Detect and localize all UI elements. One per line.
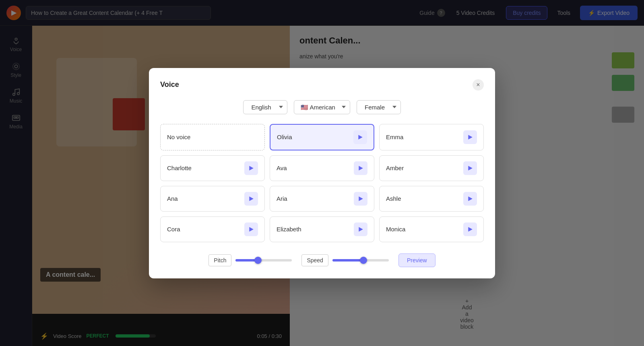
pitch-track [235, 259, 292, 262]
svg-marker-12 [359, 166, 363, 171]
svg-marker-11 [249, 166, 254, 171]
speed-thumb[interactable] [360, 257, 367, 264]
svg-marker-13 [468, 166, 473, 171]
voice-card-aria[interactable]: Aria [270, 186, 374, 212]
voice-card-elizabeth[interactable]: Elizabeth [270, 216, 374, 242]
voice-name-cora: Cora [167, 226, 180, 233]
modal-title: Voice [160, 80, 179, 89]
voice-play-olivia[interactable] [353, 130, 367, 144]
voice-name-amber: Amber [386, 165, 404, 171]
voice-play-ana[interactable] [244, 192, 258, 206]
voice-name-ana: Ana [167, 195, 178, 202]
svg-marker-16 [468, 196, 473, 201]
voice-card-charlotte[interactable]: Charlotte [160, 155, 265, 181]
voice-name-ava: Ava [277, 165, 287, 171]
voice-play-ashle[interactable] [463, 192, 477, 206]
voice-card-cora[interactable]: Cora [160, 216, 265, 242]
voice-play-ava[interactable] [354, 161, 367, 175]
svg-marker-9 [358, 135, 363, 140]
dropdowns-row: English Spanish French 🇺🇸 American 🇬🇧 Br… [160, 100, 484, 114]
voice-grid: No voice Olivia Emma Charlotte [160, 124, 484, 242]
language-select[interactable]: English Spanish French [243, 100, 287, 114]
voice-name-charlotte: Charlotte [167, 165, 192, 171]
voice-modal: Voice × English Spanish French 🇺🇸 Americ… [149, 68, 495, 278]
speed-track [332, 259, 389, 262]
svg-marker-17 [249, 227, 254, 232]
svg-marker-18 [359, 227, 363, 232]
voice-card-ava[interactable]: Ava [270, 155, 374, 181]
speed-label: Speed [301, 254, 328, 266]
voice-card-ana[interactable]: Ana [160, 186, 265, 212]
voice-play-aria[interactable] [354, 192, 367, 206]
accent-select[interactable]: 🇺🇸 American 🇬🇧 British 🇦🇺 Australian [294, 100, 350, 114]
modal-header: Voice × [160, 79, 484, 91]
voice-play-elizabeth[interactable] [354, 222, 367, 236]
voice-name-olivia: Olivia [277, 134, 292, 140]
modal-close-button[interactable]: × [473, 79, 484, 91]
voice-play-charlotte[interactable] [244, 161, 258, 175]
preview-button[interactable]: Preview [398, 253, 436, 267]
modal-overlay: Voice × English Spanish French 🇺🇸 Americ… [0, 0, 644, 346]
pitch-slider-group: Pitch [208, 254, 292, 266]
voice-name-emma: Emma [386, 134, 403, 140]
voice-card-olivia[interactable]: Olivia [270, 124, 374, 150]
svg-marker-14 [249, 196, 254, 201]
pitch-thumb[interactable] [254, 257, 262, 264]
voice-card-ashle[interactable]: Ashle [379, 186, 484, 212]
voice-card-monica[interactable]: Monica [379, 216, 484, 242]
gender-select[interactable]: Female Male [357, 100, 401, 114]
voice-name-ashle: Ashle [386, 195, 401, 202]
voice-name-monica: Monica [386, 226, 405, 233]
voice-name-no-voice: No voice [167, 134, 190, 140]
voice-name-elizabeth: Elizabeth [277, 226, 301, 233]
voice-play-monica[interactable] [463, 222, 477, 236]
svg-marker-10 [468, 135, 473, 140]
voice-play-amber[interactable] [463, 161, 477, 175]
voice-play-emma[interactable] [463, 130, 477, 144]
voice-card-emma[interactable]: Emma [379, 124, 484, 150]
voice-name-aria: Aria [277, 195, 287, 202]
voice-play-cora[interactable] [244, 222, 258, 236]
svg-marker-15 [359, 196, 363, 201]
voice-card-amber[interactable]: Amber [379, 155, 484, 181]
svg-marker-19 [468, 227, 473, 232]
pitch-label: Pitch [208, 254, 231, 266]
speed-fill [332, 259, 363, 262]
speed-slider-group: Speed [301, 254, 388, 266]
bottom-controls: Pitch Speed Preview [160, 253, 484, 267]
voice-card-no-voice[interactable]: No voice [160, 124, 265, 150]
